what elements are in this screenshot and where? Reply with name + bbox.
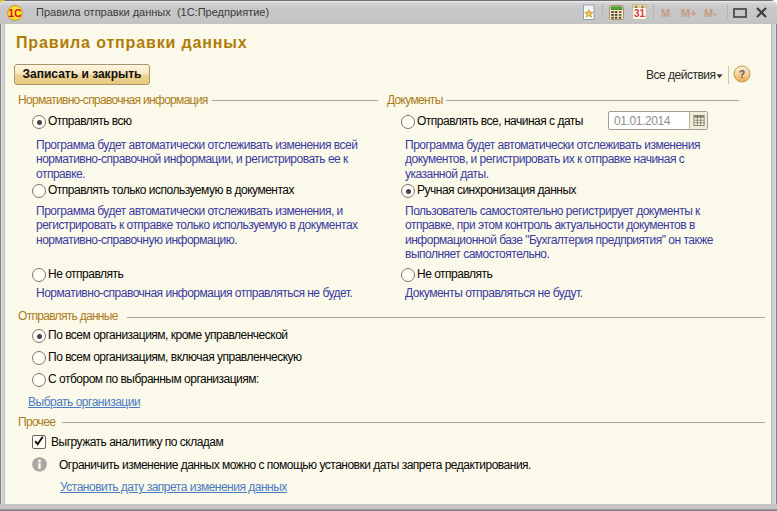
svg-text:?: ? — [739, 68, 745, 80]
svg-text:31: 31 — [634, 8, 646, 19]
svg-text:1С: 1С — [9, 8, 22, 19]
